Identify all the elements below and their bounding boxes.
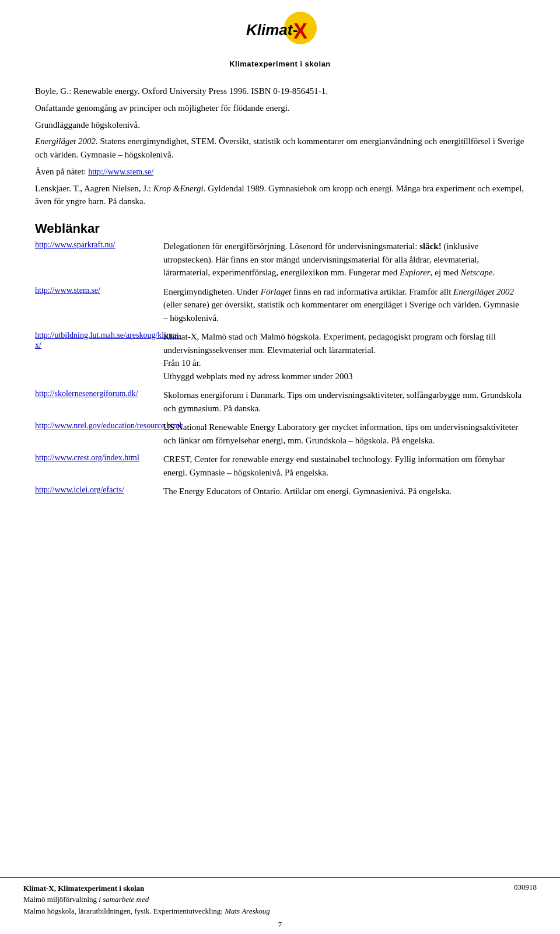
footer-right: 030918 [514,883,537,892]
skolernes-link[interactable]: http://skolernesenergiforum.dk/ [35,389,138,398]
weblink-entry-nrel: http://www.nrel.gov/education/resource.h… [35,421,525,447]
reference-block-2: Onfattande genomgång av principer och mö… [35,102,525,115]
weblink-desc-lut: Klimat-X, Malmö stad och Malmö högskola.… [163,330,525,383]
reference-line-4-rest: Statens energimyndighet, STEM. Översikt,… [35,137,524,159]
weblink-entry-skolernes: http://skolernesenergiforum.dk/ Skolorna… [35,389,525,415]
lut-link[interactable]: http://utbildning.lut.mah.se/areskoug/kl… [35,331,181,349]
footer-bold-title: Klimat-X, Klimatexperiment i skolan [23,884,144,893]
weblinks-title: Weblänkar [35,221,525,236]
reference-line-1: Boyle, G.: Renewable energy. Oxford Univ… [35,86,328,96]
weblink-url-iclei: http://www.iclei.org/efacts/ [35,485,163,495]
weblink-url-skolernes: http://skolernesenergiforum.dk/ [35,389,163,398]
sparkraft-explorer: Explorer [400,268,430,277]
weblink-entry-sparkraft: http://www.sparkraft.nu/ Delegationen fö… [35,240,525,279]
stem-forlaget: Förlaget [261,287,292,296]
weblink-url-stem: http://www.stem.se/ [35,285,163,295]
reference-line-2: Onfattande genomgång av principer och mö… [35,103,290,113]
reference-stem-link[interactable]: http://www.stem.se/ [88,167,153,176]
footer-areskoug: Mats Areskoug [225,907,270,915]
reference-block-5: Även på nätet: http://www.stem.se/ [35,165,525,179]
logo-subtitle: Klimatexperiment i skolan [229,60,331,68]
footer-line3: Malmö högskola, lärarutbildningen, fysik… [23,905,270,917]
nrel-link[interactable]: http://www.nrel.gov/education/resource.h… [35,421,181,430]
weblink-desc-iclei: The Energy Educators of Ontario. Artikla… [163,485,525,498]
page-wrapper: Klimat - X Klimatexperiment i skolan Boy… [0,0,560,934]
footer-line2: Malmö miljöförvaltning i samarbete med [23,894,270,905]
reference-krop-energi: Krop &Energi. [153,184,206,193]
weblink-url-sparkraft: http://www.sparkraft.nu/ [35,240,163,250]
reference-block-4: Energiläget 2002. Statens energimyndighe… [35,135,525,162]
weblink-entry-crest: http://www.crest.org/index.html CREST, C… [35,453,525,479]
weblink-desc-crest: CREST, Center for renewable energy end s… [163,453,525,479]
weblinks-section: Weblänkar http://www.sparkraft.nu/ Deleg… [35,221,525,498]
weblink-entry-stem: http://www.stem.se/ Energimyndigheten. U… [35,285,525,325]
iclei-link[interactable]: http://www.iclei.org/efacts/ [35,485,124,494]
footer-malmo-miljo: Malmö miljöförvaltning [23,895,99,904]
weblink-desc-stem: Energimyndigheten. Under Förlaget finns … [163,285,525,325]
footer-code: 030918 [514,883,537,891]
reference-block-3: Grundläggande högskolenivå. [35,118,525,132]
weblink-url-crest: http://www.crest.org/index.html [35,453,163,463]
stem-energilaget: Energiläget 2002 [453,287,514,296]
weblink-desc-skolernes: Skolornas energiforum i Danmark. Tips om… [163,389,525,415]
footer-left: Klimat-X, Klimatexperiment i skolan Malm… [23,883,270,917]
reference-lenskjaer: Lenskjaer. T., Aagren Nielsen, J.: [35,184,153,193]
sparkraft-bold: släck! [419,242,442,251]
crest-link[interactable]: http://www.crest.org/index.html [35,453,139,462]
weblink-url-lut: http://utbildning.lut.mah.se/areskoug/kl… [35,330,163,350]
footer-title: Klimat-X, Klimatexperiment i skolan [23,883,270,894]
reference-energilaget: Energiläget 2002. [35,137,98,146]
footer-hogskola: Malmö högskola, lärarutbildningen, fysik… [23,907,225,915]
reference-block-6: Lenskjaer. T., Aagren Nielsen, J.: Krop … [35,182,525,209]
content-area: Boyle, G.: Renewable energy. Oxford Univ… [0,74,560,691]
weblink-entry-iclei: http://www.iclei.org/efacts/ The Energy … [35,485,525,498]
weblink-url-nrel: http://www.nrel.gov/education/resource.h… [35,421,163,431]
logo-container: Klimat - X Klimatexperiment i skolan [0,11,560,68]
stem-link[interactable]: http://www.stem.se/ [35,286,100,295]
reference-line-5-prefix: Även på nätet: [35,167,88,176]
klimat-x-logo: Klimat - X [239,11,321,57]
footer: Klimat-X, Klimatexperiment i skolan Malm… [0,877,560,921]
header: Klimat - X Klimatexperiment i skolan [0,0,560,74]
footer-samarbete: i samarbete med [99,895,149,904]
svg-text:X: X [293,19,307,43]
svg-text:Klimat: Klimat [246,21,293,39]
sparkraft-link[interactable]: http://www.sparkraft.nu/ [35,240,116,249]
reference-block-1: Boyle, G.: Renewable energy. Oxford Univ… [35,85,525,98]
weblink-desc-sparkraft: Delegationen för energiförsörjning. Löse… [163,240,525,279]
weblink-entry-lut: http://utbildning.lut.mah.se/areskoug/kl… [35,330,525,383]
reference-line-3: Grundläggande högskolenivå. [35,120,140,130]
weblink-desc-nrel: US National Renewable Energy Laboratory … [163,421,525,447]
sparkraft-netscape: Netscape [460,268,492,277]
footer-page-number: 7 [0,920,560,934]
